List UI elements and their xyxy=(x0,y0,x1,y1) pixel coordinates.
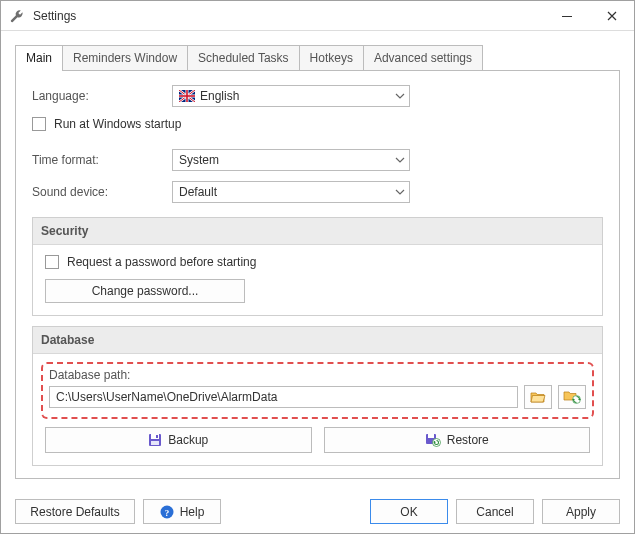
request-password-checkbox[interactable] xyxy=(45,255,59,269)
button-label: OK xyxy=(400,505,417,519)
button-label: Change password... xyxy=(92,284,199,298)
flag-uk-icon xyxy=(179,90,195,102)
language-select[interactable]: English xyxy=(172,85,410,107)
close-button[interactable] xyxy=(589,1,634,31)
time-format-value: System xyxy=(179,153,219,167)
help-icon: ? xyxy=(160,505,174,519)
restore-defaults-button[interactable]: Restore Defaults xyxy=(15,499,135,524)
database-path-input[interactable] xyxy=(49,386,518,408)
tab-label: Hotkeys xyxy=(310,51,353,65)
change-password-button[interactable]: Change password... xyxy=(45,279,245,303)
svg-text:?: ? xyxy=(164,507,169,517)
tab-label: Advanced settings xyxy=(374,51,472,65)
help-button[interactable]: ? Help xyxy=(143,499,221,524)
svg-rect-9 xyxy=(156,435,158,438)
language-label: Language: xyxy=(32,89,172,103)
database-group-title: Database xyxy=(33,327,602,354)
restore-icon xyxy=(425,433,441,447)
tab-main[interactable]: Main xyxy=(15,45,63,71)
sound-device-label: Sound device: xyxy=(32,185,172,199)
svg-rect-5 xyxy=(179,95,195,97)
chevron-down-icon xyxy=(395,187,405,197)
window-title: Settings xyxy=(33,9,544,23)
cancel-button[interactable]: Cancel xyxy=(456,499,534,524)
button-label: Restore Defaults xyxy=(30,505,119,519)
security-group-title: Security xyxy=(33,218,602,245)
tab-advanced-settings[interactable]: Advanced settings xyxy=(363,45,483,71)
button-label: Backup xyxy=(168,433,208,447)
request-password-label: Request a password before starting xyxy=(67,255,256,269)
tab-label: Reminders Window xyxy=(73,51,177,65)
save-icon xyxy=(148,433,162,447)
database-group: Database Database path: xyxy=(32,326,603,466)
time-format-label: Time format: xyxy=(32,153,172,167)
ok-button[interactable]: OK xyxy=(370,499,448,524)
minimize-button[interactable] xyxy=(544,1,589,31)
apply-button[interactable]: Apply xyxy=(542,499,620,524)
tab-label: Scheduled Tasks xyxy=(198,51,289,65)
database-path-label: Database path: xyxy=(49,368,586,382)
button-label: Help xyxy=(180,505,205,519)
database-path-highlight: Database path: xyxy=(41,362,594,419)
sync-folder-button[interactable] xyxy=(558,385,586,409)
sound-device-select[interactable]: Default xyxy=(172,181,410,203)
tab-label: Main xyxy=(26,51,52,65)
restore-button[interactable]: Restore xyxy=(324,427,591,453)
svg-rect-0 xyxy=(562,16,572,17)
button-label: Cancel xyxy=(476,505,513,519)
run-at-startup-label: Run at Windows startup xyxy=(54,117,181,131)
chevron-down-icon xyxy=(395,155,405,165)
button-label: Apply xyxy=(566,505,596,519)
folder-open-icon xyxy=(530,390,546,404)
backup-button[interactable]: Backup xyxy=(45,427,312,453)
titlebar: Settings xyxy=(1,1,634,31)
tabpanel-main: Language: English xyxy=(15,70,620,479)
run-at-startup-checkbox[interactable] xyxy=(32,117,46,131)
tab-hotkeys[interactable]: Hotkeys xyxy=(299,45,364,71)
dialog-footer: Restore Defaults ? Help OK Cancel Apply xyxy=(1,489,634,524)
settings-tabs: Main Reminders Window Scheduled Tasks Ho… xyxy=(15,45,620,479)
tab-reminders-window[interactable]: Reminders Window xyxy=(62,45,188,71)
browse-folder-button[interactable] xyxy=(524,385,552,409)
sound-device-value: Default xyxy=(179,185,217,199)
time-format-select[interactable]: System xyxy=(172,149,410,171)
wrench-icon xyxy=(9,8,25,24)
folder-sync-icon xyxy=(563,389,581,405)
button-label: Restore xyxy=(447,433,489,447)
chevron-down-icon xyxy=(395,91,405,101)
svg-rect-10 xyxy=(151,441,159,445)
svg-rect-12 xyxy=(428,434,434,438)
security-group: Security Request a password before start… xyxy=(32,217,603,316)
tab-scheduled-tasks[interactable]: Scheduled Tasks xyxy=(187,45,300,71)
language-value: English xyxy=(200,89,239,103)
